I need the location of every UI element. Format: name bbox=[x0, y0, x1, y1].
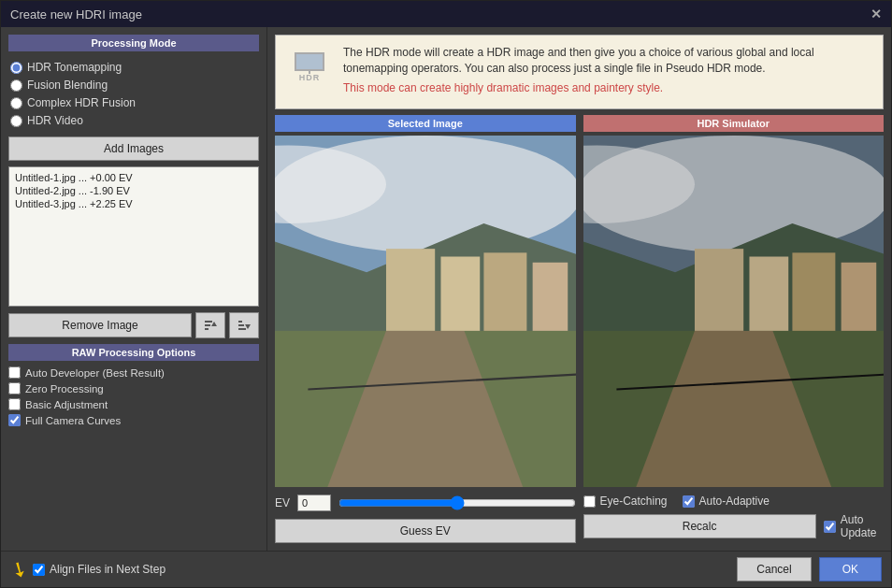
eye-catching-label: Eye-Catching bbox=[600, 495, 668, 508]
info-text: The HDR mode will create a HDR image and… bbox=[343, 45, 871, 95]
svg-rect-0 bbox=[205, 321, 212, 323]
eye-catching-option[interactable]: Eye-Catching bbox=[583, 495, 668, 508]
guess-ev-button[interactable]: Guess EV bbox=[275, 519, 576, 543]
selected-image-col: Selected Image bbox=[275, 115, 576, 543]
remove-image-button[interactable]: Remove Image bbox=[8, 313, 192, 337]
add-images-button[interactable]: Add Images bbox=[8, 136, 259, 161]
bottom-right: Cancel OK bbox=[737, 557, 882, 581]
list-item: Untitled-2.jpg ... -1.90 EV bbox=[13, 184, 254, 197]
hdr-simulator-col: HDR Simulator bbox=[583, 115, 885, 543]
left-panel: Processing Mode HDR Tonemapping Fusion B… bbox=[1, 27, 267, 551]
mode-fusion-blending[interactable]: Fusion Blending bbox=[10, 79, 257, 92]
preview-area: Selected Image bbox=[275, 115, 884, 543]
monitor-icon bbox=[295, 52, 324, 71]
hdr-simulator-svg bbox=[583, 136, 885, 487]
options-row-1: Eye-Catching Auto-Adaptive bbox=[583, 495, 885, 508]
image-controls: Remove Image bbox=[8, 312, 259, 338]
title-bar: Create new HDRI image ✕ bbox=[1, 1, 891, 27]
dialog-title: Create new HDRI image bbox=[10, 7, 142, 22]
svg-rect-2 bbox=[205, 328, 209, 330]
option-auto-developer[interactable]: Auto Developer (Best Result) bbox=[8, 366, 259, 379]
info-highlight-text: This mode can create highly dramatic ima… bbox=[343, 80, 871, 96]
recalc-row: Recalc Auto Update bbox=[583, 513, 885, 539]
ev-label: EV bbox=[275, 496, 290, 509]
svg-rect-15 bbox=[440, 257, 480, 331]
svg-rect-5 bbox=[238, 324, 244, 326]
mode-hdr-video[interactable]: HDR Video bbox=[10, 114, 257, 127]
selected-image-preview bbox=[275, 136, 576, 487]
option-basic-adjustment[interactable]: Basic Adjustment bbox=[8, 398, 259, 410]
svg-rect-17 bbox=[533, 263, 568, 331]
ev-controls: EV bbox=[275, 491, 576, 515]
cancel-button[interactable]: Cancel bbox=[737, 557, 811, 581]
svg-rect-28 bbox=[841, 263, 876, 331]
auto-adaptive-label: Auto-Adaptive bbox=[699, 495, 770, 508]
svg-rect-14 bbox=[386, 249, 435, 331]
ev-input[interactable] bbox=[297, 495, 331, 511]
raw-options-header: RAW Processing Options bbox=[8, 344, 259, 361]
list-item: Untitled-3.jpg ... +2.25 EV bbox=[13, 197, 254, 210]
bottom-left: ➘ Align Files in Next Step bbox=[10, 557, 165, 581]
hdr-simulator-header: HDR Simulator bbox=[583, 115, 885, 132]
svg-rect-4 bbox=[238, 321, 242, 323]
selected-image-header: Selected Image bbox=[275, 115, 576, 132]
svg-rect-26 bbox=[749, 257, 788, 331]
auto-update-option[interactable]: Auto Update bbox=[824, 513, 884, 539]
svg-rect-27 bbox=[792, 252, 835, 331]
svg-rect-1 bbox=[205, 324, 210, 326]
arrow-icon: ➘ bbox=[6, 554, 33, 584]
align-files-label: Align Files in Next Step bbox=[50, 563, 165, 576]
mode-hdr-tonemapping[interactable]: HDR Tonemapping bbox=[10, 61, 257, 74]
hdr-text-icon: HDR bbox=[299, 73, 321, 82]
right-panel: HDR The HDR mode will create a HDR image… bbox=[267, 27, 891, 551]
info-box: HDR The HDR mode will create a HDR image… bbox=[275, 35, 884, 109]
auto-update-label: Auto Update bbox=[841, 513, 884, 539]
hdr-icon: HDR bbox=[287, 45, 332, 90]
svg-rect-16 bbox=[483, 252, 526, 331]
sort-asc-button[interactable] bbox=[195, 312, 225, 338]
option-zero-processing[interactable]: Zero Processing bbox=[8, 382, 259, 394]
processing-mode-group: HDR Tonemapping Fusion Blending Complex … bbox=[8, 57, 259, 131]
create-hdri-dialog: Create new HDRI image ✕ Processing Mode … bbox=[0, 0, 892, 588]
sort-desc-icon bbox=[237, 318, 252, 333]
main-content: Processing Mode HDR Tonemapping Fusion B… bbox=[1, 27, 891, 551]
align-files-option[interactable]: Align Files in Next Step bbox=[33, 563, 165, 576]
right-options: Eye-Catching Auto-Adaptive Recalc bbox=[583, 491, 885, 543]
list-item: Untitled-1.jpg ... +0.00 EV bbox=[13, 171, 254, 184]
file-list[interactable]: Untitled-1.jpg ... +0.00 EV Untitled-2.j… bbox=[8, 166, 259, 307]
raw-options-group: Auto Developer (Best Result) Zero Proces… bbox=[8, 366, 259, 426]
info-main-text: The HDR mode will create a HDR image and… bbox=[343, 46, 814, 75]
svg-rect-6 bbox=[238, 328, 246, 330]
selected-image-svg bbox=[275, 136, 576, 487]
ok-button[interactable]: OK bbox=[819, 557, 882, 581]
auto-adaptive-option[interactable]: Auto-Adaptive bbox=[683, 495, 770, 508]
close-button[interactable]: ✕ bbox=[870, 7, 882, 22]
recalc-button[interactable]: Recalc bbox=[583, 514, 816, 538]
bottom-bar: ➘ Align Files in Next Step Cancel OK bbox=[1, 551, 891, 587]
svg-rect-25 bbox=[694, 249, 742, 331]
ev-slider[interactable] bbox=[338, 497, 575, 509]
sort-desc-button[interactable] bbox=[229, 312, 259, 338]
hdr-simulator-preview bbox=[583, 136, 885, 487]
sort-asc-icon bbox=[203, 318, 218, 333]
mode-complex-hdr-fusion[interactable]: Complex HDR Fusion bbox=[10, 96, 257, 109]
processing-mode-header: Processing Mode bbox=[8, 35, 259, 51]
option-full-camera-curves[interactable]: Full Camera Curves bbox=[8, 414, 259, 426]
